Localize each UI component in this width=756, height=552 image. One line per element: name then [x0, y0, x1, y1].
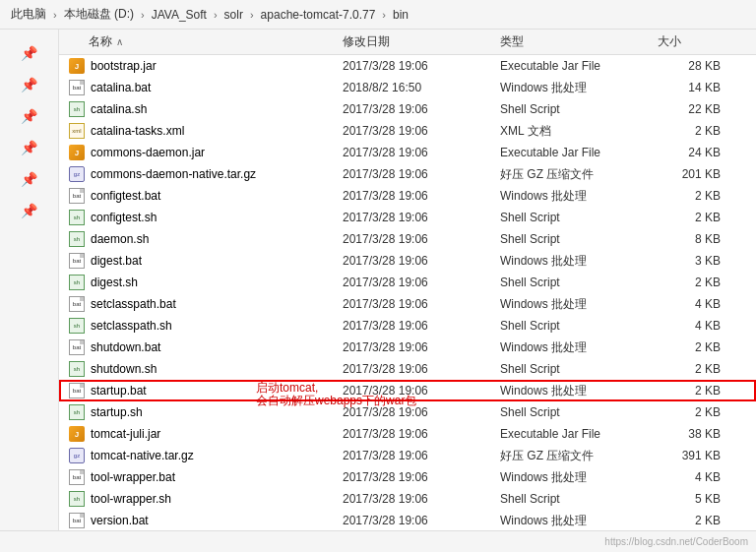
file-row[interactable]: sh shutdown.sh 2017/3/28 19:06 Shell Scr…: [59, 358, 756, 380]
bat-icon: bat: [69, 383, 85, 399]
file-icon-wrapper: sh: [67, 210, 87, 225]
tar-icon: gz: [69, 166, 85, 182]
file-date: 2017/3/28 19:06: [335, 146, 492, 159]
file-size: 2 KB: [650, 340, 728, 354]
file-size: 38 KB: [650, 427, 728, 441]
file-row[interactable]: bat catalina.bat 2018/8/2 16:50 Windows …: [59, 77, 756, 98]
file-row[interactable]: sh startup.sh 2017/3/28 19:06 Shell Scri…: [59, 401, 756, 423]
file-row[interactable]: gz commons-daemon-native.tar.gz 2017/3/2…: [59, 163, 756, 185]
file-row[interactable]: J commons-daemon.jar 2017/3/28 19:06 Exe…: [59, 142, 756, 163]
file-row[interactable]: sh tool-wrapper.sh 2017/3/28 19:06 Shell…: [59, 488, 756, 510]
col-header-size[interactable]: 大小: [650, 33, 728, 50]
file-name: version.bat: [87, 514, 335, 527]
file-icon-wrapper: bat: [67, 383, 87, 399]
file-icon-wrapper: gz: [67, 448, 87, 463]
file-type: Shell Script: [492, 319, 650, 333]
sh-icon: sh: [69, 318, 85, 334]
file-type: Shell Script: [492, 102, 650, 116]
file-date: 2017/3/28 19:06: [335, 449, 492, 462]
sep2: ›: [141, 9, 145, 21]
file-row[interactable]: bat version.bat 2017/3/28 19:06 Windows …: [59, 510, 756, 530]
file-type: Executable Jar File: [492, 427, 650, 441]
column-headers: 名称 ∧ 修改日期 类型 大小: [59, 30, 756, 55]
file-type: Windows 批处理: [492, 513, 650, 529]
bat-icon: bat: [69, 339, 85, 355]
file-row[interactable]: xml catalina-tasks.xml 2017/3/28 19:06 X…: [59, 120, 756, 142]
file-row[interactable]: bat tool-wrapper.bat 2017/3/28 19:06 Win…: [59, 466, 756, 488]
file-row[interactable]: J tomcat-juli.jar 2017/3/28 19:06 Execut…: [59, 423, 756, 445]
sidebar-pin-3[interactable]: 📌: [12, 102, 47, 130]
sidebar-pin-6[interactable]: 📌: [12, 197, 47, 224]
address-drive[interactable]: 本地磁盘 (D:): [61, 5, 137, 24]
file-icon-wrapper: bat: [67, 469, 87, 485]
col-header-name[interactable]: 名称 ∧: [59, 33, 335, 50]
file-type: Shell Script: [492, 276, 650, 289]
file-type: Windows 批处理: [492, 80, 650, 96]
file-date: 2017/3/28 19:06: [335, 254, 492, 268]
file-row[interactable]: gz tomcat-native.tar.gz 2017/3/28 19:06 …: [59, 445, 756, 466]
file-icon-wrapper: J: [67, 145, 87, 160]
file-icon-wrapper: J: [67, 58, 87, 74]
file-row[interactable]: bat setclasspath.bat 2017/3/28 19:06 Win…: [59, 293, 756, 315]
file-row[interactable]: bat shutdown.bat 2017/3/28 19:06 Windows…: [59, 337, 756, 358]
file-type: 好压 GZ 压缩文件: [492, 166, 650, 183]
file-type: 好压 GZ 压缩文件: [492, 448, 650, 464]
file-icon-wrapper: bat: [67, 339, 87, 355]
file-type: Executable Jar File: [492, 59, 650, 73]
col-header-date[interactable]: 修改日期: [335, 33, 492, 50]
file-size: 2 KB: [650, 362, 728, 376]
file-row[interactable]: J bootstrap.jar 2017/3/28 19:06 Executab…: [59, 55, 756, 77]
file-date: 2017/3/28 19:06: [335, 492, 492, 506]
file-row[interactable]: sh configtest.sh 2017/3/28 19:06 Shell S…: [59, 207, 756, 228]
status-bar: https://blog.csdn.net/CoderBoom: [0, 530, 756, 552]
file-name: catalina.sh: [87, 102, 335, 116]
file-date: 2017/3/28 19:06: [335, 102, 492, 116]
file-date: 2017/3/28 19:06: [335, 319, 492, 333]
file-row[interactable]: sh setclasspath.sh 2017/3/28 19:06 Shell…: [59, 315, 756, 337]
sidebar-pin-5[interactable]: 📌: [12, 165, 47, 193]
jar-icon: J: [69, 145, 85, 160]
address-solr[interactable]: solr: [221, 7, 246, 23]
file-row[interactable]: sh catalina.sh 2017/3/28 19:06 Shell Scr…: [59, 98, 756, 120]
file-name: commons-daemon.jar: [87, 146, 335, 159]
sh-icon: sh: [69, 404, 85, 420]
address-tomcat[interactable]: apache-tomcat-7.0.77: [258, 7, 379, 23]
sidebar-pin-1[interactable]: 📌: [12, 39, 47, 67]
sidebar: 📌 📌 📌 📌 📌 📌: [0, 30, 59, 530]
file-type: Shell Script: [492, 492, 650, 506]
sidebar-pin-2[interactable]: 📌: [12, 71, 47, 98]
file-date: 2017/3/28 19:06: [335, 427, 492, 441]
file-row[interactable]: bat digest.bat 2017/3/28 19:06 Windows 批…: [59, 250, 756, 272]
sh-icon: sh: [69, 210, 85, 225]
file-date: 2017/3/28 19:06: [335, 297, 492, 311]
file-name: commons-daemon-native.tar.gz: [87, 167, 335, 181]
sh-icon: sh: [69, 231, 85, 247]
bat-icon: bat: [69, 296, 85, 312]
file-name: shutdown.bat: [87, 340, 335, 354]
file-size: 3 KB: [650, 254, 728, 268]
file-size: 14 KB: [650, 81, 728, 94]
file-type: Windows 批处理: [492, 188, 650, 205]
file-name: configtest.sh: [87, 211, 335, 224]
sep1: ›: [53, 9, 57, 21]
file-date: 2017/3/28 19:06: [335, 470, 492, 484]
address-bin[interactable]: bin: [390, 7, 411, 23]
file-icon-wrapper: sh: [67, 404, 87, 420]
file-size: 4 KB: [650, 297, 728, 311]
address-computer[interactable]: 此电脑: [8, 5, 49, 24]
file-icon-wrapper: J: [67, 426, 87, 442]
file-icon-wrapper: bat: [67, 296, 87, 312]
file-size: 5 KB: [650, 492, 728, 506]
file-row[interactable]: bat configtest.bat 2017/3/28 19:06 Windo…: [59, 185, 756, 207]
file-row[interactable]: sh daemon.sh 2017/3/28 19:06 Shell Scrip…: [59, 228, 756, 250]
file-row[interactable]: bat startup.bat 2017/3/28 19:06 Windows …: [59, 380, 756, 401]
sidebar-pin-4[interactable]: 📌: [12, 134, 47, 161]
sort-arrow: ∧: [116, 36, 123, 47]
file-date: 2017/3/28 19:06: [335, 211, 492, 224]
file-row[interactable]: sh digest.sh 2017/3/28 19:06 Shell Scrip…: [59, 272, 756, 293]
file-date: 2017/3/28 19:06: [335, 276, 492, 289]
col-header-type[interactable]: 类型: [492, 33, 650, 50]
file-explorer-window: 此电脑 › 本地磁盘 (D:) › JAVA_Soft › solr › apa…: [0, 0, 756, 552]
jar-icon: J: [69, 426, 85, 442]
address-javasoft[interactable]: JAVA_Soft: [149, 7, 210, 23]
